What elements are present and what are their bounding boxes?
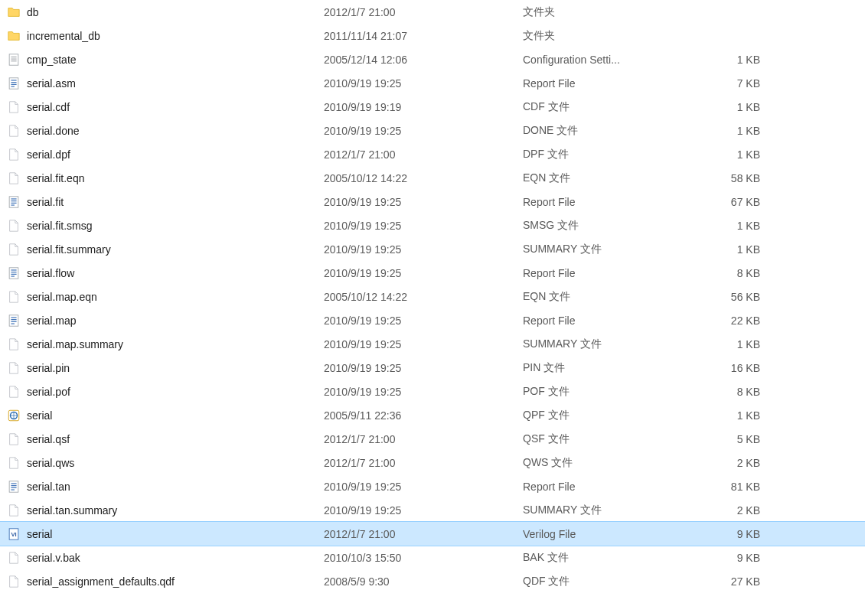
svg-rect-0 <box>9 54 18 64</box>
file-name: db <box>27 6 39 18</box>
file-row[interactable]: serial.dpf2012/1/7 21:00DPF 文件1 KB <box>0 142 865 166</box>
file-name: serial.map.eqn <box>27 291 97 303</box>
file-type: CDF 文件 <box>523 100 714 114</box>
file-name-cell: incremental_db <box>6 28 324 44</box>
file-date: 2010/9/19 19:25 <box>324 481 523 493</box>
file-date: 2005/10/12 14:22 <box>324 291 523 303</box>
file-name-cell: serial <box>6 408 324 423</box>
file-name-cell: serial.v.bak <box>6 550 324 565</box>
file-size: 56 KB <box>714 291 821 303</box>
file-name-cell: cmp_state <box>6 52 324 67</box>
file-name: serial.dpf <box>27 148 70 161</box>
file-name: serial.fit.eqn <box>27 172 84 184</box>
file-date: 2008/5/9 9:30 <box>324 575 523 588</box>
file-row[interactable]: serial.pof2010/9/19 19:25POF 文件8 KB <box>0 380 865 403</box>
file-row[interactable]: cmp_state2005/12/14 12:06Configuration S… <box>0 47 865 71</box>
blank-icon <box>6 218 21 233</box>
file-size: 1 KB <box>714 243 821 256</box>
file-row[interactable]: serial.pin2010/9/19 19:25PIN 文件16 KB <box>0 356 865 380</box>
file-type: SUMMARY 文件 <box>523 243 714 256</box>
blank-icon <box>6 360 21 376</box>
file-type: SUMMARY 文件 <box>523 504 714 517</box>
file-type: Report File <box>523 196 714 208</box>
file-name: serial.fit.summary <box>27 243 111 256</box>
file-row[interactable]: serial.asm2010/9/19 19:25Report File7 KB <box>0 71 865 95</box>
file-name-cell: serial.tan <box>6 479 324 494</box>
folder-icon <box>6 28 21 44</box>
file-size: 1 KB <box>714 338 821 350</box>
file-size: 22 KB <box>714 315 821 327</box>
file-row[interactable]: serial.tan2010/9/19 19:25Report File81 K… <box>0 474 865 498</box>
svg-rect-14 <box>9 267 18 278</box>
file-type: BAK 文件 <box>523 551 714 565</box>
report-icon <box>6 76 21 91</box>
file-row[interactable]: serial.qws2012/1/7 21:00QWS 文件2 KB <box>0 451 865 474</box>
file-type: 文件夹 <box>523 5 714 19</box>
file-name-cell: serial.tan.summary <box>6 503 324 518</box>
file-row[interactable]: serial.v.bak2010/10/3 15:50BAK 文件9 KB <box>0 546 865 569</box>
file-name-cell: serial.done <box>6 123 324 139</box>
report-icon <box>6 479 21 494</box>
file-name: serial <box>27 409 52 422</box>
file-row[interactable]: serial.cdf2010/9/19 19:19CDF 文件1 KB <box>0 95 865 119</box>
file-name-cell: serial.fit.smsg <box>6 218 324 233</box>
file-row[interactable]: serial.tan.summary2010/9/19 19:25SUMMARY… <box>0 498 865 522</box>
file-row[interactable]: serial.map.summary2010/9/19 19:25SUMMARY… <box>0 332 865 356</box>
file-date: 2010/10/3 15:50 <box>324 552 523 564</box>
file-date: 2010/9/19 19:25 <box>324 220 523 232</box>
file-name-cell: serial.map <box>6 313 324 328</box>
file-date: 2005/12/14 12:06 <box>324 54 523 66</box>
file-size: 1 KB <box>714 101 821 113</box>
file-name-cell: serial.pin <box>6 360 324 376</box>
file-name-cell: serial.qsf <box>6 432 324 447</box>
file-size: 1 KB <box>714 148 821 161</box>
file-type: DPF 文件 <box>523 148 714 161</box>
report-icon <box>6 266 21 281</box>
file-type: 文件夹 <box>523 29 714 43</box>
file-name-cell: serial.asm <box>6 76 324 91</box>
file-row[interactable]: serial.fit.smsg2010/9/19 19:25SMSG 文件1 K… <box>0 213 865 237</box>
folder-icon <box>6 5 21 20</box>
file-name-cell: serial.dpf <box>6 147 324 162</box>
file-type: POF 文件 <box>523 385 714 399</box>
file-type: Report File <box>523 77 714 90</box>
file-row[interactable]: serial.map2010/9/19 19:25Report File22 K… <box>0 308 865 332</box>
file-row[interactable]: serial.fit2010/9/19 19:25Report File67 K… <box>0 190 865 213</box>
file-name-cell: serial.cdf <box>6 99 324 115</box>
file-size: 27 KB <box>714 575 821 588</box>
file-row[interactable]: serial_assignment_defaults.qdf2008/5/9 9… <box>0 569 865 593</box>
file-date: 2010/9/19 19:25 <box>324 196 523 208</box>
file-type: EQN 文件 <box>523 290 714 304</box>
file-name-cell: serial.fit.summary <box>6 242 324 257</box>
file-row[interactable]: serial.fit.summary2010/9/19 19:25SUMMARY… <box>0 237 865 261</box>
blank-icon <box>6 242 21 257</box>
file-type: PIN 文件 <box>523 361 714 375</box>
file-type: QWS 文件 <box>523 456 714 470</box>
file-name: serial.done <box>27 125 80 137</box>
file-date: 2010/9/19 19:25 <box>324 243 523 256</box>
file-type: Report File <box>523 481 714 493</box>
file-row[interactable]: serial2005/9/11 22:36QPF 文件1 KB <box>0 403 865 427</box>
svg-rect-4 <box>9 77 18 88</box>
file-name: serial.fit <box>27 196 64 208</box>
file-row[interactable]: db2012/1/7 21:00文件夹 <box>0 0 865 24</box>
file-type: Report File <box>523 267 714 279</box>
report-icon <box>6 194 21 210</box>
file-row[interactable]: serial.map.eqn2005/10/12 14:22EQN 文件56 K… <box>0 285 865 308</box>
file-name-cell: serial.fit <box>6 194 324 210</box>
file-name-cell: serial.map.eqn <box>6 289 324 305</box>
file-row[interactable]: serial.flow2010/9/19 19:25Report File8 K… <box>0 261 865 285</box>
file-type: SMSG 文件 <box>523 219 714 233</box>
file-row[interactable]: serial.fit.eqn2005/10/12 14:22EQN 文件58 K… <box>0 166 865 190</box>
file-name: serial.tan.summary <box>27 504 117 517</box>
file-row[interactable]: incremental_db2011/11/14 21:07文件夹 <box>0 24 865 47</box>
file-row[interactable]: serial.qsf2012/1/7 21:00QSF 文件5 KB <box>0 427 865 451</box>
file-list: db2012/1/7 21:00文件夹incremental_db2011/11… <box>0 0 865 593</box>
file-row[interactable]: VIserial2012/1/7 21:00Verilog File9 KB <box>0 522 865 546</box>
file-size: 1 KB <box>714 220 821 232</box>
blank-icon <box>6 455 21 471</box>
file-name: serial_assignment_defaults.qdf <box>27 575 175 588</box>
file-row[interactable]: serial.done2010/9/19 19:25DONE 文件1 KB <box>0 119 865 142</box>
svg-rect-26 <box>9 481 18 491</box>
file-name: serial.v.bak <box>27 552 80 564</box>
